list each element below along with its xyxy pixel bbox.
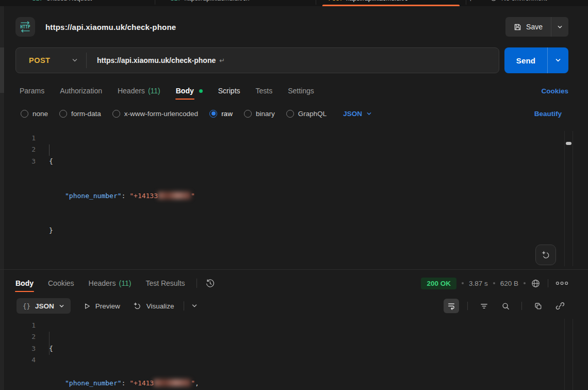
tab-scripts[interactable]: Scripts bbox=[218, 87, 240, 95]
body-type-raw[interactable]: raw bbox=[209, 110, 233, 118]
response-tab-headers[interactable]: Headers (11) bbox=[89, 279, 132, 287]
new-tab-button[interactable]: + bbox=[468, 0, 473, 6]
network-info-button[interactable] bbox=[531, 279, 541, 288]
body-type-graphql[interactable]: GraphQL bbox=[286, 110, 327, 118]
response-time[interactable]: 3.87 s bbox=[469, 280, 488, 287]
body-type-form-data[interactable]: form-data bbox=[59, 110, 101, 118]
svg-text:HTTP: HTTP bbox=[20, 25, 30, 29]
app-window: GET Untitled Request GET https://api.xia… bbox=[0, 0, 588, 390]
response-header: Body Cookies Headers (11) Test Results 2… bbox=[15, 273, 568, 293]
code-line: "phone_number": "+1413", bbox=[49, 378, 554, 389]
body-type-urlencoded[interactable]: x-www-form-urlencoded bbox=[112, 110, 198, 118]
scrollbar-track[interactable] bbox=[564, 131, 573, 266]
code-line: "phone_number": "+14133" bbox=[49, 190, 554, 202]
save-options-button[interactable] bbox=[551, 17, 568, 37]
url-input[interactable]: https://api.xiaomu.uk/check-phone ↵ bbox=[87, 56, 225, 64]
divider bbox=[184, 301, 184, 311]
link-button[interactable] bbox=[552, 299, 567, 313]
tab-headers[interactable]: Headers (11) bbox=[118, 87, 160, 95]
globe-icon bbox=[531, 279, 541, 288]
status-badge[interactable]: 200 OK bbox=[421, 278, 456, 289]
pane-divider[interactable] bbox=[0, 269, 588, 270]
divider bbox=[467, 302, 468, 310]
save-button[interactable]: Save bbox=[505, 17, 568, 37]
copy-icon bbox=[534, 302, 543, 311]
response-tab-test-results[interactable]: Test Results bbox=[145, 279, 185, 287]
indent-guide bbox=[49, 144, 50, 156]
tab-label: https://api.xiaomu.uk/ch bbox=[184, 0, 249, 2]
divider bbox=[548, 279, 548, 287]
environment-label: No environment bbox=[501, 0, 547, 2]
body-type-row: none form-data x-www-form-urlencoded raw… bbox=[21, 105, 562, 122]
body-type-none[interactable]: none bbox=[21, 110, 48, 118]
link-icon bbox=[556, 302, 564, 311]
response-tab-cookies[interactable]: Cookies bbox=[48, 279, 74, 287]
response-format-selector[interactable]: {} JSON bbox=[17, 298, 71, 314]
url-bar: POST https://api.xiaomu.uk/check-phone ↵ bbox=[15, 47, 499, 73]
method-selector[interactable]: POST bbox=[16, 56, 86, 64]
view-options-button[interactable] bbox=[191, 303, 198, 309]
ellipsis-icon bbox=[556, 281, 568, 286]
wrap-text-button[interactable] bbox=[444, 299, 459, 313]
radio-icon bbox=[59, 110, 67, 118]
floppy-icon bbox=[514, 23, 521, 31]
code-line: { bbox=[49, 343, 554, 354]
body-type-binary[interactable]: binary bbox=[244, 110, 275, 118]
request-body-editor[interactable]: 1 2 3 { "phone_number": "+14133" } bbox=[13, 128, 575, 269]
chevron-down-icon bbox=[366, 111, 372, 117]
scrollbar-track[interactable] bbox=[564, 319, 573, 390]
tab-tests[interactable]: Tests bbox=[256, 87, 273, 95]
request-tab-2[interactable]: GET https://api.xiaomu.uk/ch bbox=[170, 0, 250, 6]
code-area[interactable]: { "phone_number": "+1413", "status": "可用… bbox=[49, 320, 554, 390]
environment-selector[interactable]: No environment bbox=[490, 0, 547, 6]
visualize-button[interactable]: Visualize bbox=[133, 301, 174, 311]
tab-body[interactable]: Body bbox=[176, 87, 203, 95]
cookies-link[interactable]: Cookies bbox=[541, 87, 568, 95]
dot-separator bbox=[524, 282, 526, 284]
chevron-down-icon bbox=[72, 57, 78, 63]
braces-icon: {} bbox=[23, 302, 30, 310]
tab-divider bbox=[155, 0, 155, 5]
chevron-down-icon bbox=[191, 303, 198, 309]
tab-settings[interactable]: Settings bbox=[288, 87, 314, 95]
response-body-viewer[interactable]: 1 2 3 4 { "phone_number": "+1413", "stat… bbox=[13, 318, 575, 390]
radio-icon bbox=[21, 110, 28, 118]
radio-icon bbox=[286, 110, 294, 118]
divider bbox=[521, 302, 522, 310]
tab-divider bbox=[316, 0, 316, 5]
tab-authorization[interactable]: Authorization bbox=[60, 87, 102, 95]
request-header: HTTP https://api.xiaomu.uk/check-phone S… bbox=[15, 14, 568, 39]
response-history-button[interactable] bbox=[205, 279, 215, 288]
search-icon bbox=[501, 302, 510, 311]
raw-language-selector[interactable]: JSON bbox=[343, 110, 372, 118]
response-tab-body[interactable]: Body bbox=[15, 279, 34, 287]
send-button[interactable]: Send bbox=[504, 47, 568, 73]
code-line: } bbox=[49, 225, 554, 236]
url-text: https://api.xiaomu.uk/check-phone bbox=[97, 56, 216, 64]
filter-button[interactable] bbox=[476, 299, 492, 313]
chevron-down-icon bbox=[555, 57, 561, 63]
code-area[interactable]: { "phone_number": "+14133" } bbox=[49, 133, 554, 259]
divider bbox=[197, 279, 197, 288]
sidebar-edge bbox=[0, 6, 5, 390]
send-options-button[interactable] bbox=[548, 57, 568, 63]
eye-icon bbox=[490, 0, 497, 2]
scrollbar-thumb[interactable] bbox=[566, 142, 571, 145]
tab-label: https://api.xiaomu.uk/c bbox=[346, 0, 407, 2]
chevron-down-icon bbox=[59, 303, 64, 309]
beautify-link[interactable]: Beautify bbox=[534, 110, 562, 118]
search-button[interactable] bbox=[498, 299, 513, 313]
tab-params[interactable]: Params bbox=[20, 87, 44, 95]
unsaved-changes-dot bbox=[199, 89, 203, 93]
postbot-button[interactable] bbox=[535, 245, 556, 265]
response-view-icons bbox=[444, 299, 567, 313]
response-size[interactable]: 620 B bbox=[500, 280, 518, 287]
more-actions-button[interactable] bbox=[556, 281, 568, 286]
preview-button[interactable]: Preview bbox=[83, 302, 120, 310]
line-number-gutter: 1 2 3 bbox=[13, 133, 36, 167]
request-tab-1[interactable]: GET Untitled Request bbox=[32, 0, 92, 6]
dot-separator bbox=[462, 282, 464, 284]
filter-lines-icon bbox=[480, 302, 488, 311]
radio-icon bbox=[244, 110, 252, 118]
copy-button[interactable] bbox=[530, 299, 546, 313]
